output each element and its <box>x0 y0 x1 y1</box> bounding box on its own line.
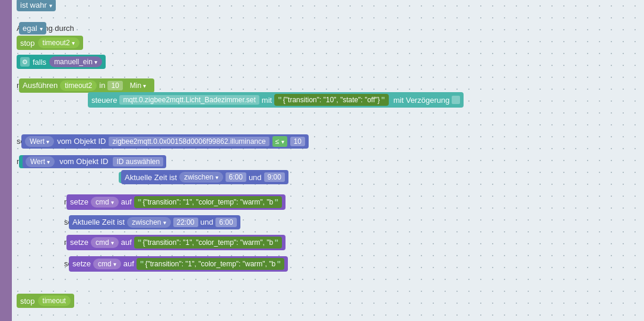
ist-wahr-block[interactable]: ist wahr <box>17 0 56 11</box>
stop-label: stop <box>20 39 35 48</box>
mit-label: mit <box>262 96 272 105</box>
steuere-string[interactable]: " {"transition": "10", "state": "off"} " <box>274 94 389 106</box>
wert1-operator[interactable]: ≤ <box>272 136 287 147</box>
falls1-block[interactable]: ⚙ falls manuell_ein <box>17 55 106 69</box>
wert2-type[interactable]: Wert <box>26 156 55 167</box>
mache4-row: mache setze cmd auf " {"transition": "1"… <box>64 238 87 247</box>
ausfuhren-block[interactable]: Ausführen timeout2 in 10 Min <box>19 78 154 93</box>
wert1-block[interactable]: Wert vom Objekt ID zigbee2mqtt.0.0x00158… <box>21 134 309 149</box>
aktuelle-zeit2-block[interactable]: Aktuelle Zeit ist zwischen 22:00 und 6:0… <box>69 215 240 229</box>
setze2-var[interactable]: cmd <box>91 237 119 248</box>
setze1-block[interactable]: setze cmd auf " {"transition": "1", "col… <box>66 194 285 210</box>
steuere-block[interactable]: steuere mqtt.0.zigbee2mqtt.Licht_Badezim… <box>88 92 464 108</box>
falls2-block[interactable]: ⚙ falls Wert vom Objekt ID ID auswählen <box>19 155 52 168</box>
wert2-block[interactable]: Wert vom Objekt ID ID auswählen <box>23 155 166 168</box>
mache2-row: mache ⚙ falls Wert vom Objekt ID ID ausw… <box>17 157 40 166</box>
wert1-value[interactable]: 10 <box>290 137 305 146</box>
ausfuhren-value[interactable]: timeout2 <box>60 80 97 91</box>
stop-block[interactable]: stop timeout2 <box>17 36 83 50</box>
setze1-string[interactable]: " {"transition": "1", "color_temp": "war… <box>134 196 282 208</box>
ausfuhren-number[interactable]: 10 <box>107 81 122 90</box>
stop-value[interactable]: timeout2 <box>38 37 80 48</box>
sonst-row: sonst setze cmd auf " {"transition": "1"… <box>64 259 83 268</box>
zeit2-to[interactable]: 6:00 <box>215 218 236 227</box>
auslosung-block[interactable]: egal <box>19 22 46 34</box>
auslosung-value: egal <box>23 24 37 33</box>
wert2-von: vom Objekt ID <box>59 157 108 166</box>
mache3-row: mache setze cmd auf " {"transition": "1"… <box>64 197 87 206</box>
falls1-condition[interactable]: manuell_ein <box>49 56 102 67</box>
gear-icon-1[interactable]: ⚙ <box>20 57 30 67</box>
setze3-block[interactable]: setze cmd auf " {"transition": "1", "col… <box>69 256 288 272</box>
wert1-object[interactable]: zigbee2mqtt.0.0x00158d0006f99862.illumin… <box>109 137 269 146</box>
steuere-label: steuere <box>91 96 117 105</box>
zeit1-from[interactable]: 6:00 <box>226 172 246 182</box>
zwischen2-pill[interactable]: zwischen <box>127 217 170 228</box>
setze2-block[interactable]: setze cmd auf " {"transition": "1", "col… <box>66 235 285 250</box>
setze2-string[interactable]: " {"transition": "1", "color_temp": "war… <box>134 237 282 248</box>
steuere-object[interactable]: mqtt.0.zigbee2mqtt.Licht_Badezimmer.set <box>119 95 259 105</box>
aktuelle-zeit1-block[interactable]: Aktuelle Zeit ist zwischen 6:00 und 9:00 <box>121 170 288 184</box>
wert2-object[interactable]: ID auswählen <box>113 157 163 166</box>
setze3-var[interactable]: cmd <box>93 259 121 269</box>
ist-wahr-label: ist wahr <box>20 1 47 10</box>
delay-label: mit Verzögerung <box>394 96 450 105</box>
workspace: ist wahr Auslösung durch egal stop timeo… <box>0 0 644 321</box>
ist-wahr-dropdown[interactable] <box>49 1 52 10</box>
zeit1-to[interactable]: 9:00 <box>264 172 285 182</box>
stop-dropdown[interactable] <box>72 39 75 47</box>
sonst-falls1-row: sonst falls Wert vom Objekt ID zigbee2mq… <box>17 137 51 146</box>
sonst-falls2-row: sonst falls Aktuelle Zeit ist zwischen 2… <box>64 218 99 226</box>
setze1-var[interactable]: cmd <box>91 197 119 207</box>
zwischen1-pill[interactable]: zwischen <box>179 172 223 182</box>
in-label: in <box>99 81 105 90</box>
stop2-block[interactable]: stop timeout <box>17 294 74 308</box>
zeit2-from[interactable]: 22:00 <box>173 218 198 227</box>
auslosung-dropdown[interactable] <box>40 24 43 33</box>
delay-checkbox[interactable] <box>452 96 460 104</box>
stop2-value[interactable]: timeout <box>38 295 71 306</box>
auslosung-row: Auslösung durch egal <box>17 24 74 33</box>
ausfuhren-label: Ausführen <box>23 81 58 90</box>
mache1-row: mache Ausführen timeout2 in 10 Min <box>17 81 40 90</box>
stop2-label: stop <box>20 297 35 306</box>
falls1-label: falls <box>33 58 46 67</box>
wert1-von-label: vom Objekt ID <box>57 137 106 146</box>
wert1-type[interactable]: Wert <box>25 136 54 147</box>
falls1-dropdown[interactable] <box>94 58 97 66</box>
ausfuhren-unit[interactable]: Min <box>125 80 151 91</box>
setze3-string[interactable]: " {"transition": "1", "color_temp": "war… <box>137 258 284 270</box>
